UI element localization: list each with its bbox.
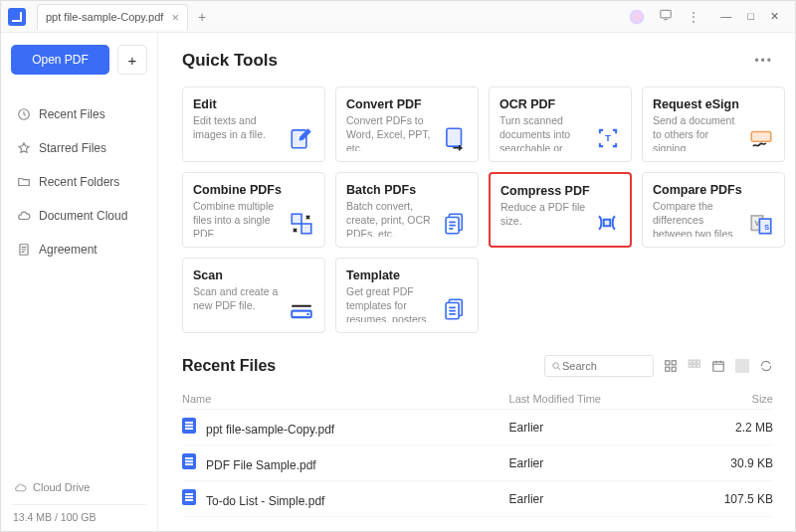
- tool-title: Compress PDF: [500, 184, 590, 198]
- sidebar: Open PDF + Recent Files Starred Files Re…: [1, 33, 158, 531]
- maximize-button[interactable]: □: [747, 10, 754, 23]
- sidebar-item-recent-folders[interactable]: Recent Folders: [11, 166, 147, 198]
- search-input[interactable]: [562, 360, 647, 372]
- col-size-header[interactable]: Size: [713, 393, 773, 405]
- tool-combine-pdfs[interactable]: Combine PDFs Combine multiple files into…: [182, 172, 325, 248]
- file-name: ppt file-sample-Copy.pdf: [206, 423, 334, 437]
- sidebar-item-label: Agreement: [39, 243, 98, 257]
- document-icon: [17, 243, 31, 257]
- open-pdf-button[interactable]: Open PDF: [11, 45, 109, 75]
- list-view-icon[interactable]: [664, 359, 678, 373]
- sidebar-nav: Recent Files Starred Files Recent Folder…: [11, 98, 147, 266]
- quick-tools-more-icon[interactable]: •••: [754, 54, 773, 68]
- kebab-menu-icon[interactable]: ⋮: [687, 9, 700, 25]
- compress-icon: [590, 184, 620, 236]
- tool-title: OCR PDF: [499, 97, 591, 111]
- edit-icon: [285, 97, 314, 151]
- calendar-filter-icon[interactable]: [711, 359, 725, 373]
- svg-rect-24: [672, 367, 676, 371]
- quick-tools-grid: Edit Edit texts and images in a file. Co…: [182, 87, 773, 333]
- file-size: 30.9 KB: [713, 456, 773, 470]
- tool-batch-pdfs[interactable]: Batch PDFs Batch convert, create, print,…: [335, 172, 479, 248]
- esign-icon: [744, 97, 774, 151]
- svg-rect-21: [666, 361, 670, 365]
- add-button[interactable]: +: [117, 45, 147, 75]
- separator: [735, 359, 749, 373]
- star-icon: [17, 141, 31, 155]
- tool-desc: Turn scanned documents into searchable o…: [499, 113, 591, 151]
- convert-icon: [438, 97, 468, 151]
- tool-desc: Send a document to others for signing.: [653, 113, 744, 151]
- svg-rect-11: [604, 220, 611, 227]
- tool-title: Request eSign: [653, 97, 744, 111]
- table-row[interactable]: ppt file-sample-Copy.pdf Earlier 2.2 MB: [182, 410, 773, 445]
- tool-desc: Convert PDFs to Word, Excel, PPT, etc.: [346, 113, 438, 151]
- sidebar-item-agreement[interactable]: Agreement: [11, 234, 147, 266]
- svg-rect-27: [696, 360, 699, 363]
- svg-rect-22: [672, 361, 676, 365]
- tool-title: Convert PDF: [346, 97, 438, 111]
- col-time-header[interactable]: Last Modified Time: [509, 393, 713, 405]
- refresh-icon[interactable]: [759, 359, 773, 373]
- svg-rect-30: [696, 364, 699, 367]
- batch-icon: [438, 183, 468, 237]
- sidebar-item-document-cloud[interactable]: Document Cloud: [11, 200, 147, 232]
- pdf-file-icon: [182, 453, 196, 469]
- search-box[interactable]: [544, 355, 654, 377]
- search-icon: [551, 361, 562, 372]
- tool-title: Template: [346, 268, 438, 282]
- scan-icon: [285, 268, 314, 322]
- sidebar-item-label: Document Cloud: [39, 209, 127, 223]
- template-icon: [438, 268, 468, 322]
- tool-compress-pdf[interactable]: Compress PDF Reduce a PDF file size.: [489, 172, 632, 248]
- svg-rect-7: [292, 214, 301, 224]
- sidebar-item-starred-files[interactable]: Starred Files: [11, 132, 147, 164]
- tool-title: Edit: [193, 97, 285, 111]
- table-header: Name Last Modified Time Size: [182, 389, 773, 410]
- tab-close-icon[interactable]: ×: [171, 10, 179, 25]
- tool-desc: Edit texts and images in a file.: [193, 113, 285, 141]
- svg-rect-23: [666, 367, 670, 371]
- pdf-file-icon: [182, 489, 196, 505]
- tool-edit[interactable]: Edit Edit texts and images in a file.: [182, 87, 325, 162]
- tool-compare-pdfs[interactable]: Compare PDFs Compare the differences bet…: [642, 172, 785, 248]
- table-row[interactable]: To-do List - Simple.pdf Earlier 107.5 KB: [182, 481, 773, 517]
- tool-scan[interactable]: Scan Scan and create a new PDF file.: [182, 258, 325, 333]
- sidebar-item-label: Recent Folders: [39, 175, 119, 189]
- quick-tools-title: Quick Tools: [182, 51, 278, 71]
- tool-desc: Batch convert, create, print, OCR PDFs, …: [346, 199, 438, 237]
- profile-avatar-icon[interactable]: [629, 9, 645, 25]
- feedback-icon[interactable]: [659, 8, 673, 26]
- storage-usage: 13.4 MB / 100 GB: [11, 504, 147, 525]
- grid-view-icon[interactable]: [688, 359, 701, 373]
- col-name-header[interactable]: Name: [182, 393, 509, 405]
- tool-request-esign[interactable]: Request eSign Send a document to others …: [642, 87, 785, 162]
- new-tab-button[interactable]: +: [198, 9, 206, 25]
- folder-icon: [17, 175, 31, 189]
- minimize-button[interactable]: —: [720, 10, 731, 23]
- cloud-icon: [17, 209, 31, 223]
- file-time: Earlier: [509, 456, 713, 470]
- table-row[interactable]: PDF File Sample.pdf Earlier 30.9 KB: [182, 445, 773, 481]
- svg-rect-31: [713, 362, 724, 371]
- svg-rect-0: [661, 10, 672, 18]
- tool-desc: Compare the differences between two file…: [653, 199, 744, 237]
- view-controls: [664, 359, 773, 373]
- svg-rect-8: [301, 224, 311, 234]
- svg-point-17: [306, 313, 308, 315]
- svg-rect-25: [689, 360, 692, 363]
- tool-template[interactable]: Template Get great PDF templates for res…: [335, 258, 479, 333]
- pdf-file-icon: [182, 418, 196, 434]
- sidebar-item-recent-files[interactable]: Recent Files: [11, 98, 147, 130]
- recent-files-table: Name Last Modified Time Size ppt file-sa…: [182, 389, 773, 517]
- tool-ocr-pdf[interactable]: OCR PDF Turn scanned documents into sear…: [489, 87, 632, 162]
- close-window-button[interactable]: ✕: [770, 10, 779, 23]
- cloud-drive-label: Cloud Drive: [33, 481, 90, 493]
- document-tab[interactable]: ppt file-sample-Copy.pdf ×: [37, 4, 188, 30]
- tool-convert-pdf[interactable]: Convert PDF Convert PDFs to Word, Excel,…: [335, 87, 479, 162]
- combine-icon: [285, 183, 314, 237]
- svg-text:T: T: [605, 132, 611, 143]
- cloud-drive-link[interactable]: Cloud Drive: [11, 476, 147, 498]
- tool-desc: Reduce a PDF file size.: [500, 200, 590, 228]
- titlebar-actions: ⋮ — □ ✕: [629, 8, 795, 26]
